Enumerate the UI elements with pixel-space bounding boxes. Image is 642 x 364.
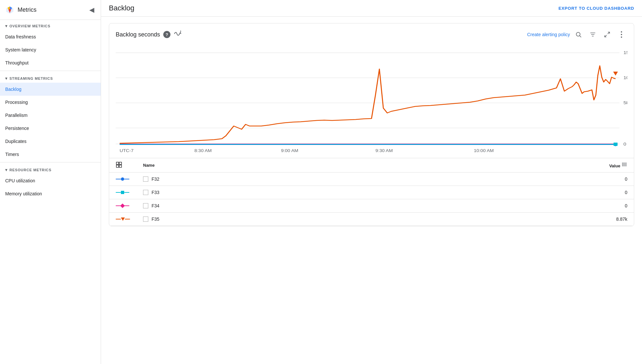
chart-title: Backlog seconds <box>116 31 160 38</box>
svg-line-6 <box>605 35 607 37</box>
svg-marker-26 <box>613 72 618 76</box>
table-header-name: Name <box>137 158 378 173</box>
svg-rect-36 <box>623 162 624 166</box>
svg-text:10:00 AM: 10:00 AM <box>474 148 494 153</box>
series-label-f33: F33 <box>137 186 378 199</box>
svg-rect-35 <box>622 162 623 166</box>
backlog-chart-svg: 15k 10k 5k 0 UTC-7 8:30 AM 9:00 AM 9:30 … <box>116 43 627 154</box>
legend-table: Name Value <box>109 158 634 226</box>
table-row: F32 0 <box>109 173 634 186</box>
search-button[interactable] <box>573 29 584 40</box>
svg-text:15k: 15k <box>623 50 627 55</box>
section-streaming-metrics[interactable]: ▾ STREAMING METRICS <box>0 72 101 83</box>
series-indicator-f35 <box>109 213 137 226</box>
f32-checkbox[interactable] <box>143 176 148 182</box>
svg-text:10k: 10k <box>623 75 627 80</box>
chart-card: Backlog seconds ? Create alerting policy <box>109 23 634 226</box>
main-header: Backlog EXPORT TO CLOUD DASHBOARD <box>101 0 642 17</box>
sidebar-item-throughput[interactable]: Throughput <box>0 56 101 69</box>
svg-point-7 <box>621 31 622 33</box>
svg-line-1 <box>580 36 581 37</box>
svg-rect-37 <box>625 162 625 166</box>
svg-text:UTC-7: UTC-7 <box>120 148 134 153</box>
table-icon <box>116 161 122 168</box>
svg-rect-31 <box>116 162 119 164</box>
section-resource-metrics[interactable]: ▾ RESOURCE METRICS <box>0 164 101 174</box>
sidebar-collapse-button[interactable]: ◀ <box>88 5 95 15</box>
sidebar-logo: Metrics <box>5 5 36 14</box>
svg-rect-34 <box>119 165 122 167</box>
series-indicator-f33 <box>109 186 137 199</box>
f34-checkbox[interactable] <box>143 203 148 208</box>
page-title: Backlog <box>109 4 134 12</box>
sidebar-item-system-latency[interactable]: System latency <box>0 43 101 56</box>
sidebar-item-timers[interactable]: Timers <box>0 148 101 161</box>
svg-text:8:30 AM: 8:30 AM <box>195 148 212 153</box>
fullscreen-button[interactable] <box>601 29 613 40</box>
svg-rect-33 <box>116 165 119 167</box>
sidebar-item-data-freshness[interactable]: Data freshness <box>0 30 101 43</box>
sidebar-item-backlog[interactable]: Backlog <box>0 83 101 96</box>
series-label-f35: F35 <box>137 213 378 226</box>
svg-rect-38 <box>626 162 627 166</box>
f35-checkbox[interactable] <box>143 217 148 222</box>
table-row: F35 8.87k <box>109 213 634 226</box>
chart-actions: Create alerting policy <box>527 29 627 40</box>
chevron-down-icon-streaming: ▾ <box>5 76 7 81</box>
svg-point-9 <box>621 36 622 38</box>
series-indicator-f32 <box>109 173 137 186</box>
sidebar-item-duplicates[interactable]: Duplicates <box>0 135 101 148</box>
table-row: F34 0 <box>109 199 634 213</box>
help-icon[interactable]: ? <box>163 31 170 38</box>
table-header-icon <box>109 158 137 173</box>
section-overview-metrics[interactable]: ▾ OVERVIEW METRICS <box>0 20 101 30</box>
series-value-f32: 0 <box>378 173 634 186</box>
svg-text:0: 0 <box>623 142 626 146</box>
series-value-f34: 0 <box>378 199 634 213</box>
svg-point-0 <box>576 32 580 36</box>
svg-rect-32 <box>119 162 122 164</box>
chart-area: Backlog seconds ? Create alerting policy <box>101 17 642 364</box>
sidebar-item-parallelism[interactable]: Parallelism <box>0 109 101 122</box>
main-content: Backlog EXPORT TO CLOUD DASHBOARD Backlo… <box>101 0 642 364</box>
column-options-button[interactable] <box>621 161 627 169</box>
chevron-down-icon-resource: ▾ <box>5 168 7 172</box>
table-header-value: Value <box>378 158 634 173</box>
chart-title-area: Backlog seconds ? <box>116 30 182 39</box>
chart-header: Backlog seconds ? Create alerting policy <box>109 23 634 43</box>
sidebar-header: Metrics ◀ <box>0 0 101 20</box>
series-indicator-f34 <box>109 199 137 213</box>
series-checkbox-f32[interactable]: F32 <box>137 173 378 186</box>
svg-line-5 <box>608 32 610 34</box>
more-options-button[interactable] <box>616 29 627 40</box>
svg-text:9:00 AM: 9:00 AM <box>281 148 298 153</box>
series-label-f34: F34 <box>137 199 378 213</box>
series-value-f33: 0 <box>378 186 634 199</box>
svg-point-8 <box>621 34 622 35</box>
sidebar-title: Metrics <box>18 7 36 13</box>
sidebar-item-processing[interactable]: Processing <box>0 96 101 109</box>
sidebar-item-cpu-utilization[interactable]: CPU utilization <box>0 174 101 187</box>
filter-button[interactable] <box>587 29 599 40</box>
sidebar-item-persistence[interactable]: Persistence <box>0 122 101 135</box>
sidebar: Metrics ◀ ▾ OVERVIEW METRICS Data freshn… <box>0 0 101 364</box>
series-value-f35: 8.87k <box>378 213 634 226</box>
chart-container: 15k 10k 5k 0 UTC-7 8:30 AM 9:00 AM 9:30 … <box>109 43 634 158</box>
create-alerting-policy-link[interactable]: Create alerting policy <box>527 32 570 37</box>
logo-icon <box>5 5 14 14</box>
f33-checkbox[interactable] <box>143 190 148 195</box>
export-to-cloud-button[interactable]: EXPORT TO CLOUD DASHBOARD <box>559 6 634 11</box>
table-row: F33 0 <box>109 186 634 199</box>
svg-text:5k: 5k <box>623 100 627 105</box>
chevron-down-icon: ▾ <box>5 24 7 28</box>
svg-rect-30 <box>614 143 618 146</box>
smooth-line-icon[interactable] <box>174 30 182 39</box>
sidebar-item-memory-utilization[interactable]: Memory utilization <box>0 187 101 200</box>
svg-text:9:30 AM: 9:30 AM <box>375 148 393 153</box>
